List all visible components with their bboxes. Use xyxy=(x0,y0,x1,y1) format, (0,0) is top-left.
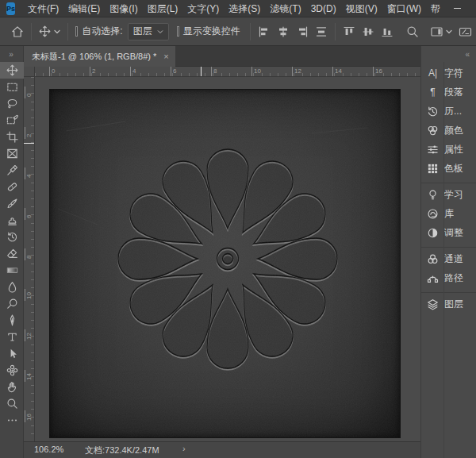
cursor-position-marker xyxy=(24,143,35,144)
edit-toolbar-icon[interactable] xyxy=(0,412,24,429)
document-tab[interactable]: 未标题-1 @ 106% (1, RGB/8#) * × xyxy=(24,46,175,67)
panel-group-text: A| 字符 ¶ 段落 历... 颜色 属性 xyxy=(421,62,476,183)
panel-libraries[interactable]: 库 xyxy=(421,204,476,223)
paragraph-icon: ¶ xyxy=(421,87,444,98)
3d-mode-icon[interactable] xyxy=(455,21,476,42)
channels-icon xyxy=(421,253,444,265)
panel-label: 通道 xyxy=(444,252,463,266)
vertical-ruler[interactable]: 0 2 4 6 8 10 12 14 16 xyxy=(24,77,35,441)
align-right-icon[interactable] xyxy=(293,21,312,42)
h-ruler-label: 8 xyxy=(211,67,217,77)
rectangular-marquee-tool[interactable] xyxy=(0,79,24,95)
show-transform-checkbox[interactable] xyxy=(177,26,179,37)
healing-brush-tool[interactable] xyxy=(0,179,24,195)
menu-layer[interactable]: 图层(L) xyxy=(143,0,183,17)
move-tool[interactable] xyxy=(0,62,24,79)
panel-learn[interactable]: 学习 xyxy=(421,185,476,204)
crop-tool[interactable] xyxy=(0,129,24,145)
panel-properties[interactable]: 属性 xyxy=(421,140,476,159)
path-selection-tool[interactable] xyxy=(0,345,24,362)
menu-edit[interactable]: 编辑(E) xyxy=(63,0,105,17)
gradient-tool[interactable] xyxy=(0,262,24,279)
home-icon[interactable] xyxy=(8,21,27,42)
v-ruler-label: 2 xyxy=(25,127,33,139)
align-bottom-icon[interactable] xyxy=(378,21,397,42)
minimize-icon[interactable] xyxy=(445,0,469,17)
align-top-icon[interactable] xyxy=(340,21,359,42)
lasso-tool[interactable] xyxy=(0,95,24,112)
panel-layers[interactable]: 图层 xyxy=(421,294,476,314)
zoom-level-field[interactable]: 106.2% xyxy=(34,445,63,454)
paths-icon xyxy=(421,272,444,284)
menu-3d[interactable]: 3D(D) xyxy=(306,0,341,17)
photoshop-window: Ps 文件(F) 编辑(E) 图像(I) 图层(L) 文字(Y) 选择(S) 滤… xyxy=(0,0,476,458)
h-ruler-label: 0 xyxy=(49,67,55,77)
history-icon xyxy=(421,106,444,117)
move-tool-icon[interactable] xyxy=(36,21,63,42)
clone-stamp-tool[interactable] xyxy=(0,212,24,229)
panel-adjustments[interactable]: 调整 xyxy=(421,223,476,242)
adjustments-icon xyxy=(421,227,444,239)
ruler-origin-corner[interactable] xyxy=(24,67,35,77)
panel-label: 库 xyxy=(444,207,454,221)
panel-label: 字符 xyxy=(444,67,463,80)
panel-label: 路径 xyxy=(444,271,463,285)
panel-color[interactable]: 颜色 xyxy=(421,121,476,140)
align-left-icon[interactable] xyxy=(255,21,274,42)
eyedropper-tool[interactable] xyxy=(0,162,24,179)
auto-select-dropdown[interactable]: 图层 xyxy=(128,23,169,40)
h-ruler-label: 14 xyxy=(332,67,342,77)
menu-type[interactable]: 文字(Y) xyxy=(182,0,224,17)
history-brush-tool[interactable] xyxy=(0,229,24,245)
h-ruler-label: 6 xyxy=(171,67,176,77)
align-middle-icon[interactable] xyxy=(359,21,378,42)
menu-image[interactable]: 图像(I) xyxy=(105,0,142,17)
custom-shape-tool[interactable] xyxy=(0,362,24,379)
brush-tool[interactable] xyxy=(0,195,24,212)
hand-tool[interactable] xyxy=(0,379,24,395)
auto-select-value: 图层 xyxy=(133,25,152,38)
search-icon[interactable] xyxy=(403,21,422,42)
panel-swatches[interactable]: 色板 xyxy=(421,159,476,178)
panel-group-channels: 通道 路径 xyxy=(421,248,476,293)
menu-view[interactable]: 视图(V) xyxy=(341,0,382,17)
menu-file[interactable]: 文件(F) xyxy=(23,0,63,17)
auto-select-checkbox[interactable] xyxy=(75,26,78,37)
eraser-tool[interactable] xyxy=(0,245,24,262)
type-tool[interactable] xyxy=(0,329,24,345)
menu-help[interactable]: 帮 xyxy=(426,0,445,17)
expand-tools-icon[interactable]: » xyxy=(0,46,23,62)
tab-close-icon[interactable]: × xyxy=(163,52,168,61)
align-center-icon[interactable] xyxy=(274,21,293,42)
status-expand-icon[interactable]: › xyxy=(182,444,186,453)
character-icon: A| xyxy=(421,67,444,79)
workspace-icon[interactable] xyxy=(427,21,455,42)
panel-channels[interactable]: 通道 xyxy=(421,249,476,268)
collapse-panels-icon[interactable]: « xyxy=(421,46,476,62)
pen-tool[interactable] xyxy=(0,312,24,329)
menu-filter[interactable]: 滤镜(T) xyxy=(265,0,305,17)
document-image[interactable] xyxy=(49,89,401,438)
canvas-pasteboard[interactable] xyxy=(35,77,420,441)
panel-paths[interactable]: 路径 xyxy=(421,268,476,287)
panel-label: 调整 xyxy=(444,226,463,240)
frame-tool[interactable] xyxy=(0,145,24,162)
v-ruler-label: 4 xyxy=(25,167,33,179)
horizontal-ruler[interactable]: 0 2 4 6 8 10 12 14 16 xyxy=(35,67,420,77)
panel-paragraph[interactable]: ¶ 段落 xyxy=(421,83,476,102)
panel-character[interactable]: A| 字符 xyxy=(421,64,476,83)
menu-select[interactable]: 选择(S) xyxy=(224,0,265,17)
distribute-icon[interactable] xyxy=(312,21,331,42)
dodge-tool[interactable] xyxy=(0,295,24,312)
panel-group-learn: 学习 库 调整 xyxy=(421,183,476,248)
v-ruler-label: 10 xyxy=(25,289,33,301)
object-selection-tool[interactable] xyxy=(0,112,24,129)
blur-tool[interactable] xyxy=(0,279,24,295)
maximize-icon[interactable] xyxy=(469,0,476,17)
panel-label: 颜色 xyxy=(444,124,463,137)
document-tab-bar: 未标题-1 @ 106% (1, RGB/8#) * × xyxy=(24,46,420,67)
h-ruler-label: 10 xyxy=(251,67,261,77)
zoom-tool[interactable] xyxy=(0,395,24,412)
menu-window[interactable]: 窗口(W) xyxy=(382,0,426,17)
panel-history[interactable]: 历... xyxy=(421,102,476,121)
